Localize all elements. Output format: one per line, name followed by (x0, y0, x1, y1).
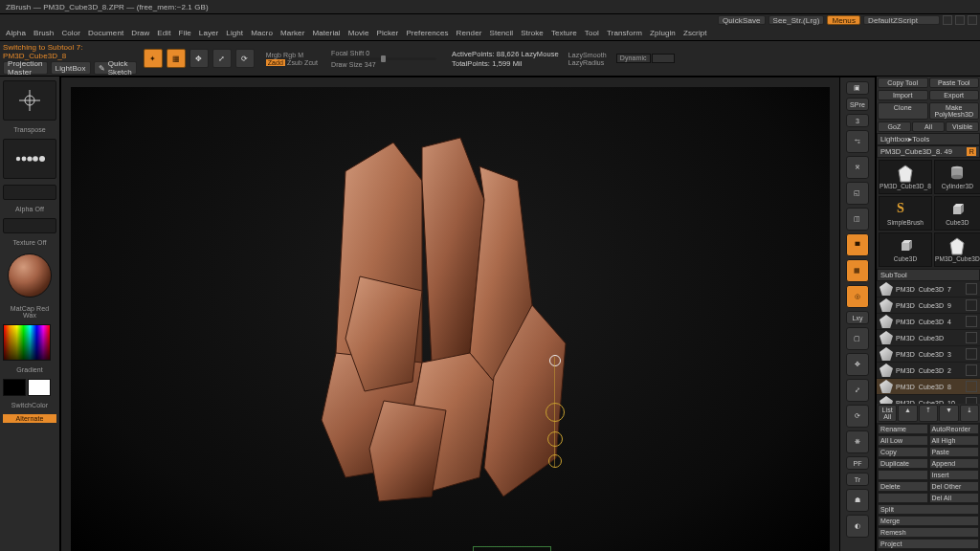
m-toggle[interactable]: M (298, 52, 303, 58)
texture-thumb[interactable] (3, 218, 56, 233)
min-icon[interactable] (943, 15, 952, 25)
zadd-toggle[interactable]: Zadd (266, 59, 285, 66)
menu-stencil[interactable]: Stencil (489, 29, 513, 37)
menu-zscript[interactable]: Zscript (683, 29, 707, 37)
op-allhigh[interactable]: All High (929, 435, 980, 446)
focal-shift-slider[interactable]: Focal Shift 0 Draw Size 347 (331, 50, 436, 68)
secondary-color[interactable] (28, 379, 51, 396)
subtool-row[interactable]: PM3D_Cube3D_8 (877, 379, 980, 395)
stroke-thumb[interactable] (3, 139, 56, 179)
transp-icon[interactable]: Tr (846, 473, 869, 486)
op-append[interactable]: Append (929, 458, 980, 469)
eye-icon[interactable] (966, 364, 977, 376)
op-remesh[interactable]: Remesh (878, 527, 979, 538)
zoom-icon[interactable]: ⤧ (846, 156, 869, 179)
lazy-smooth[interactable]: LazySmooth (568, 52, 607, 58)
menu-draw[interactable]: Draw (131, 29, 149, 37)
local-icon[interactable]: ◎ (846, 285, 869, 308)
scale-icon[interactable]: ⤢ (846, 379, 869, 402)
color-picker[interactable] (3, 324, 51, 361)
op-merge[interactable]: Merge (878, 516, 979, 526)
rotate-icon[interactable]: ⟳ (846, 405, 869, 428)
ghost-icon[interactable]: ☗ (846, 489, 869, 512)
tool-name-field[interactable]: PM3D_Cube3D_8. 49 R (877, 145, 980, 158)
arrow-down-icon[interactable]: ▼ (939, 405, 958, 422)
tool-thumb-7[interactable]: PM3D_Cube3D (934, 232, 980, 267)
eye-icon[interactable] (966, 348, 977, 360)
zsub-toggle[interactable]: Zsub (287, 59, 302, 66)
menu-texture[interactable]: Texture (551, 29, 577, 37)
menu-alpha[interactable]: Alpha (6, 29, 26, 37)
clone-button[interactable]: Clone (878, 102, 928, 120)
persp-icon[interactable]: ▀ (846, 233, 869, 256)
import-button[interactable]: Import (878, 90, 928, 100)
menu-render[interactable]: Render (457, 29, 482, 37)
menu-picker[interactable]: Picker (377, 29, 399, 37)
main-color[interactable] (3, 379, 26, 396)
close-icon[interactable] (968, 15, 977, 25)
polyf-icon[interactable]: PF (846, 456, 869, 470)
menu-macro[interactable]: Macro (251, 29, 273, 37)
edit-mode-icon[interactable]: ✦ (144, 49, 163, 68)
quick-sketch-button[interactable]: ✎ Quick Sketch (94, 61, 137, 75)
subtool-row[interactable]: PM3D_Cube3D_9 (877, 298, 980, 314)
mrgb-toggle[interactable]: Mrgb (266, 52, 281, 58)
eye-icon[interactable] (966, 299, 977, 311)
menu-light[interactable]: Light (226, 29, 243, 37)
subtool-row[interactable]: PM3D_Cube3D_3 (877, 346, 980, 363)
menu-zplugin[interactable]: Zplugin (650, 29, 676, 37)
rotate-mode-icon[interactable]: ⟳ (235, 49, 255, 68)
viewport[interactable] (71, 87, 830, 551)
menu-color[interactable]: Color (61, 29, 80, 37)
aahalf-icon[interactable]: ◫ (846, 208, 869, 231)
arrow-down2-icon[interactable]: ⤓ (960, 405, 979, 422)
menu-document[interactable]: Document (88, 29, 123, 37)
max-icon[interactable] (955, 15, 965, 25)
menu-material[interactable]: Material (312, 29, 340, 37)
solo-icon[interactable]: ◐ (846, 515, 869, 538)
subtool-header[interactable]: SubTool (877, 269, 980, 281)
lazy-radius[interactable]: LazyRadius (568, 59, 607, 66)
eye-icon[interactable] (966, 316, 977, 327)
tool-thumb-6[interactable]: Cube3D (879, 232, 932, 267)
op-insert[interactable]: Insert (929, 470, 980, 480)
op-paste[interactable]: Paste (929, 447, 980, 457)
subtool-row[interactable]: PM3D_Cube3D_2 (877, 363, 980, 379)
move-mode-icon[interactable]: ✥ (189, 49, 209, 68)
zcut-toggle[interactable]: Zcut (304, 59, 318, 66)
scroll-icon[interactable]: ⥃ (846, 130, 869, 153)
paste-tool-button[interactable]: Paste Tool (929, 77, 980, 88)
xpose-icon[interactable]: ❋ (846, 430, 869, 453)
tool-thumb-1[interactable]: Cylinder3D (934, 160, 980, 194)
matcap-thumb[interactable] (8, 253, 52, 298)
actual-icon[interactable]: ◱ (846, 182, 869, 205)
export-button[interactable]: Export (929, 90, 980, 100)
dynamic-toggle[interactable]: Dynamic (616, 54, 651, 63)
menu-file[interactable]: File (179, 29, 191, 37)
shell-button[interactable]: 3 (846, 114, 869, 127)
op-delete[interactable]: Delete (878, 481, 928, 492)
op-project[interactable]: Project (878, 539, 979, 549)
menu-movie[interactable]: Movie (348, 29, 369, 37)
menu-marker[interactable]: Marker (280, 29, 305, 37)
lxy-icon[interactable]: Lxy (846, 311, 869, 324)
menu-layer[interactable]: Layer (199, 29, 219, 37)
eye-icon[interactable] (966, 397, 977, 404)
goz-visible-button[interactable]: Visible (946, 121, 979, 132)
menu-edit[interactable]: Edit (157, 29, 170, 37)
eye-icon[interactable] (966, 283, 977, 295)
eye-icon[interactable] (966, 332, 977, 343)
default-zscript[interactable]: DefaultZScript (863, 15, 940, 25)
switchcolor-button[interactable]: SwitchColor (3, 402, 56, 408)
subtool-row[interactable]: PM3D_Cube3D_4 (877, 314, 980, 330)
op-alllow[interactable]: All Low (878, 435, 928, 446)
subtool-row[interactable]: PM3D_Cube3D_10 (877, 395, 980, 404)
alternate-button[interactable]: Alternate (3, 414, 56, 423)
scale-mode-icon[interactable]: ⤢ (212, 49, 232, 68)
subtool-row[interactable]: PM3D_Cube3D (877, 330, 980, 346)
reset-r-button[interactable]: R (967, 147, 976, 156)
op-autoreorder[interactable]: AutoReorder (929, 424, 980, 434)
goz-all-button[interactable]: All (912, 121, 946, 132)
see-strength-button[interactable]: See_Str.(Lrg) (768, 15, 825, 25)
brush-transpose[interactable] (3, 80, 56, 121)
